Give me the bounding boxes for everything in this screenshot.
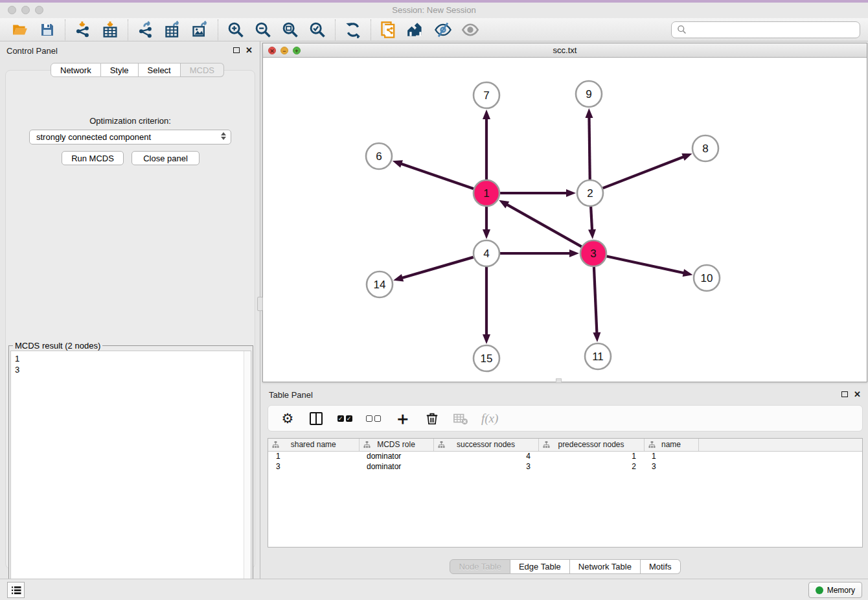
- network-window-titlebar[interactable]: ✕ − + scc.txt: [263, 43, 867, 58]
- float-table-panel-icon[interactable]: [841, 391, 848, 397]
- memory-button[interactable]: Memory: [808, 582, 862, 598]
- first-neighbors-icon[interactable]: [402, 19, 429, 40]
- close-table-panel-icon[interactable]: ✕: [854, 389, 861, 399]
- network-canvas[interactable]: 7968124314101511: [263, 58, 867, 382]
- cell-MCDS-role[interactable]: dominator: [359, 461, 433, 472]
- edge-3-10[interactable]: [607, 256, 685, 273]
- mcds-result-group: MCDS result (2 nodes) 13: [8, 345, 253, 590]
- edge-4-14[interactable]: [401, 257, 474, 279]
- mcds-panel: Optimization criterion: strongly connect…: [5, 70, 255, 569]
- status-bar: Memory: [0, 579, 868, 600]
- criterion-dropdown[interactable]: strongly connected component: [29, 130, 231, 144]
- edge-2-9[interactable]: [589, 116, 589, 179]
- cell-shared-name[interactable]: 1: [268, 451, 359, 461]
- edge-3-11[interactable]: [594, 267, 597, 334]
- splitter-grip[interactable]: [257, 297, 263, 311]
- column-header-MCDS-role[interactable]: MCDS role: [359, 439, 433, 451]
- tab-motifs[interactable]: Motifs: [641, 559, 681, 574]
- save-session-icon[interactable]: [34, 19, 61, 40]
- search-field[interactable]: [671, 21, 860, 38]
- search-icon: [677, 25, 687, 34]
- zoom-in-icon[interactable]: [222, 19, 249, 40]
- result-line: 3: [11, 364, 251, 375]
- result-line: 1: [11, 351, 251, 364]
- clone-network-icon[interactable]: [375, 19, 402, 40]
- node-label-6: 6: [376, 150, 382, 163]
- deselect-all-columns-icon[interactable]: [365, 410, 381, 427]
- network-view-window: ✕ − + scc.txt 7968124314101511: [262, 43, 867, 382]
- export-table-icon[interactable]: [159, 19, 187, 40]
- result-scrollbar[interactable]: [244, 351, 251, 588]
- float-panel-icon[interactable]: [233, 47, 240, 53]
- app-titlebar: Session: New Session: [0, 3, 868, 18]
- select-all-columns-icon[interactable]: ✓✓: [337, 410, 352, 427]
- network-graph[interactable]: 7968124314101511: [263, 58, 867, 382]
- open-session-icon[interactable]: [6, 19, 34, 40]
- mcds-result-list[interactable]: 13: [10, 351, 251, 588]
- cell-successor-nodes[interactable]: 4: [433, 451, 538, 461]
- function-builder-icon[interactable]: f(x): [481, 410, 498, 427]
- refresh-view-icon[interactable]: [339, 19, 367, 40]
- control-panel-tabs: NetworkStyleSelectMCDS: [51, 63, 224, 77]
- splitter-grip-horizontal[interactable]: [556, 378, 562, 383]
- import-table-icon[interactable]: [97, 19, 124, 40]
- cell-MCDS-role[interactable]: dominator: [359, 451, 433, 461]
- delete-column-icon[interactable]: [424, 410, 440, 427]
- edge-arrow-2-9: [585, 108, 593, 118]
- table-panel-title: Table Panel: [269, 390, 313, 400]
- table-row[interactable]: 1dominator411: [268, 451, 862, 461]
- edge-2-3[interactable]: [591, 207, 592, 231]
- add-column-icon[interactable]: ＋: [394, 410, 411, 427]
- edge-1-6[interactable]: [400, 163, 474, 189]
- edge-arrow-3-11: [593, 332, 600, 342]
- export-image-icon[interactable]: [187, 19, 214, 40]
- tab-select[interactable]: Select: [139, 63, 181, 77]
- show-all-icon[interactable]: [457, 19, 484, 40]
- cell-name[interactable]: 1: [644, 451, 698, 461]
- zoom-selected-icon[interactable]: [304, 19, 331, 40]
- cell-name[interactable]: 3: [644, 461, 698, 472]
- tab-network[interactable]: Network: [51, 63, 101, 77]
- cell-successor-nodes[interactable]: 3: [433, 461, 538, 472]
- main-toolbar: [0, 18, 868, 41]
- show-columns-icon[interactable]: [308, 410, 324, 427]
- tab-mcds[interactable]: MCDS: [181, 63, 224, 77]
- node-label-7: 7: [483, 89, 489, 102]
- table-row[interactable]: 3dominator323: [268, 461, 862, 472]
- cell-shared-name[interactable]: 3: [268, 461, 359, 472]
- column-header-predecessor-nodes[interactable]: predecessor nodes: [538, 439, 644, 451]
- edge-2-8[interactable]: [603, 156, 685, 188]
- close-panel-icon[interactable]: ✕: [246, 45, 253, 55]
- column-header-shared-name[interactable]: shared name: [268, 439, 359, 451]
- run-mcds-button[interactable]: Run MCDS: [62, 151, 124, 165]
- export-network-icon[interactable]: [132, 19, 159, 40]
- column-header-name[interactable]: name: [644, 439, 698, 451]
- table-settings-icon[interactable]: ⚙: [280, 410, 295, 427]
- zoom-fit-icon[interactable]: [277, 19, 304, 40]
- edge-3-1[interactable]: [506, 204, 582, 247]
- edge-arrow-3-10: [683, 269, 693, 277]
- toolbar-separator: [371, 19, 371, 40]
- task-history-button[interactable]: [7, 582, 25, 598]
- tab-network-table[interactable]: Network Table: [570, 559, 641, 574]
- criterion-value: strongly connected component: [36, 132, 151, 142]
- cell-predecessor-nodes[interactable]: 1: [538, 451, 644, 461]
- import-network-icon[interactable]: [69, 19, 97, 40]
- tab-edge-table[interactable]: Edge Table: [510, 559, 570, 574]
- table-header-row: shared nameMCDS rolesuccessor nodesprede…: [268, 439, 862, 451]
- hide-selected-icon[interactable]: [429, 19, 457, 40]
- zoom-out-icon[interactable]: [249, 19, 277, 40]
- tab-style[interactable]: Style: [101, 63, 139, 77]
- tab-node-table[interactable]: Node Table: [450, 559, 510, 574]
- close-panel-button[interactable]: Close panel: [131, 151, 200, 165]
- column-header-successor-nodes[interactable]: successor nodes: [433, 439, 538, 451]
- node-label-3: 3: [590, 248, 596, 260]
- cell-predecessor-nodes[interactable]: 2: [538, 461, 644, 472]
- node-table[interactable]: shared nameMCDS rolesuccessor nodesprede…: [268, 438, 863, 548]
- node-label-10: 10: [701, 272, 713, 284]
- table-panel: Table Panel ✕ ⚙ ✓✓ ＋ f(x) shared nameMCD…: [262, 386, 868, 577]
- cell-filler: [698, 451, 862, 461]
- session-title: Session: New Session: [0, 5, 868, 15]
- search-input[interactable]: [691, 25, 854, 34]
- delete-table-icon[interactable]: [453, 410, 468, 427]
